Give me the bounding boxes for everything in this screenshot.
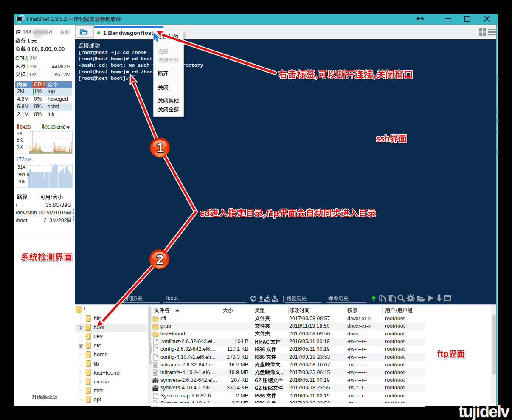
svg-text:1: 1	[157, 140, 164, 155]
svg-text:2: 2	[156, 252, 164, 267]
